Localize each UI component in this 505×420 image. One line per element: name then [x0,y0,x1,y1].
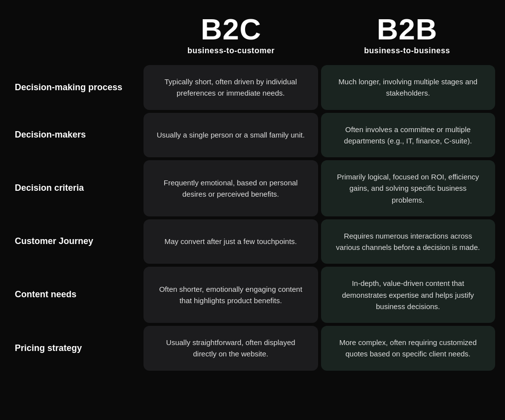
b2b-cell-text-3: Requires numerous interactions across va… [333,230,484,253]
row-label-text-1: Decision-makers [15,129,86,140]
b2c-header: B2C business-to-customer [143,15,319,55]
b2c-cell-text-1: Usually a single person or a small famil… [157,129,305,140]
row-label-text-4: Content needs [15,289,76,300]
b2b-header: B2B business-to-business [319,15,495,55]
row-label-0: Decision-making process [10,65,141,110]
b2c-cell-text-2: Frequently emotional, based on personal … [155,177,306,200]
row-label-text-3: Customer Journey [15,236,93,247]
b2b-cell-text-5: More complex, often requiring customized… [333,337,484,360]
table-row: Decision criteria Frequently emotional, … [10,160,495,216]
table-row: Content needs Often shorter, emotionally… [10,267,495,323]
row-label-4: Content needs [10,267,141,323]
row-label-text-2: Decision criteria [15,182,84,194]
b2b-cell-text-0: Much longer, involving multiple stages a… [333,76,484,99]
b2c-cell-text-0: Typically short, often driven by individ… [155,76,306,99]
b2b-cell-4: In-depth, value-driven content that demo… [321,267,496,323]
table-row: Decision-makers Usually a single person … [10,113,495,158]
b2b-cell-3: Requires numerous interactions across va… [321,219,496,264]
b2b-cell-5: More complex, often requiring customized… [321,326,496,371]
column-headers: B2C business-to-customer B2B business-to… [10,15,495,55]
b2c-cell-0: Typically short, often driven by individ… [144,65,318,110]
b2b-title: B2B [324,15,490,44]
b2c-title: B2C [148,15,314,44]
b2b-cell-text-4: In-depth, value-driven content that demo… [333,278,484,312]
row-label-text-5: Pricing strategy [15,343,82,354]
b2b-cell-2: Primarily logical, focused on ROI, effic… [321,160,496,216]
b2b-cell-1: Often involves a committee or multiple d… [321,113,496,158]
b2c-cell-text-4: Often shorter, emotionally engaging cont… [155,283,306,307]
b2b-cell-text-1: Often involves a committee or multiple d… [333,124,484,147]
row-label-1: Decision-makers [10,113,141,158]
b2c-cell-1: Usually a single person or a small famil… [144,113,318,158]
comparison-table: Decision-making process Typically short,… [10,65,495,371]
b2b-cell-0: Much longer, involving multiple stages a… [321,65,496,110]
row-label-text-0: Decision-making process [15,82,122,93]
b2c-cell-text-5: Usually straightforward, often displayed… [155,337,306,360]
table-row: Pricing strategy Usually straightforward… [10,326,495,371]
b2b-cell-text-2: Primarily logical, focused on ROI, effic… [333,171,484,206]
row-label-5: Pricing strategy [10,326,141,371]
table-row: Decision-making process Typically short,… [10,65,495,110]
b2c-cell-3: May convert after just a few touchpoints… [144,219,318,264]
b2c-cell-5: Usually straightforward, often displayed… [144,326,318,371]
b2b-subtitle: business-to-business [324,46,490,55]
b2c-cell-4: Often shorter, emotionally engaging cont… [144,267,318,323]
row-label-3: Customer Journey [10,219,141,264]
b2c-cell-2: Frequently emotional, based on personal … [144,160,318,216]
table-row: Customer Journey May convert after just … [10,219,495,264]
row-label-2: Decision criteria [10,160,141,216]
b2c-cell-text-3: May convert after just a few touchpoints… [165,236,297,247]
b2c-subtitle: business-to-customer [148,46,314,55]
